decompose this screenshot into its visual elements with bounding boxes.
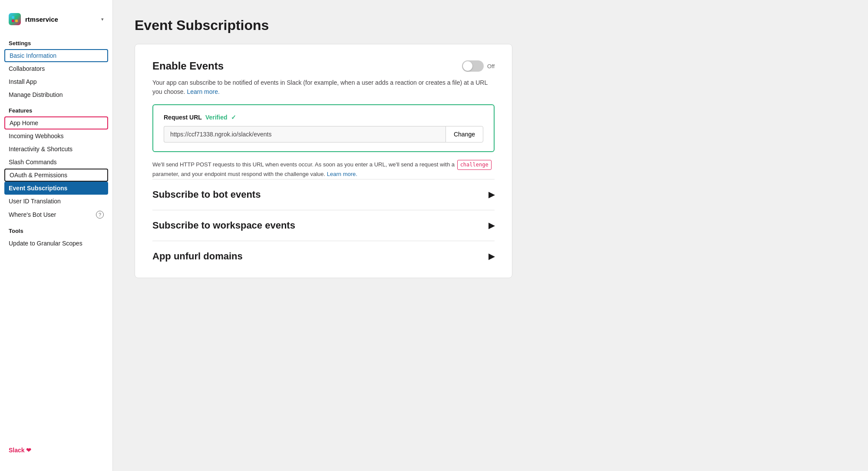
enable-events-title: Enable Events bbox=[152, 60, 224, 72]
tools-section-label: Tools bbox=[0, 222, 112, 237]
request-url-input[interactable] bbox=[164, 126, 446, 143]
content-card: Enable Events Off Your app can subscribe… bbox=[135, 44, 512, 278]
sidebar-item-collaborators[interactable]: Collaborators bbox=[0, 62, 112, 75]
sidebar-item-oauth-permissions[interactable]: OAuth & Permissions bbox=[4, 169, 108, 182]
sidebar-item-update-granular-scopes[interactable]: Update to Granular Scopes bbox=[0, 237, 112, 250]
chevron-right-icon-3: ▶ bbox=[488, 252, 495, 261]
enable-events-description: Your app can subscribe to be notified of… bbox=[152, 78, 495, 96]
sidebar-item-install-app[interactable]: Install App bbox=[0, 75, 112, 88]
enable-events-toggle[interactable] bbox=[462, 60, 484, 72]
challenge-badge: challenge bbox=[457, 160, 492, 170]
sidebar-item-app-home[interactable]: App Home bbox=[4, 116, 108, 129]
svg-rect-0 bbox=[12, 16, 14, 19]
sidebar-item-manage-distribution[interactable]: Manage Distribution bbox=[0, 88, 112, 101]
sidebar-item-interactivity-shortcuts[interactable]: Interactivity & Shortcuts bbox=[0, 143, 112, 156]
svg-rect-3 bbox=[15, 20, 18, 22]
app-unfurl-domains-section: App unfurl domains ▶ bbox=[152, 241, 495, 262]
main-content: Event Subscriptions Enable Events Off Yo… bbox=[113, 0, 868, 471]
sidebar-item-basic-information[interactable]: Basic Information bbox=[4, 49, 108, 62]
subscribe-bot-events-title: Subscribe to bot events bbox=[152, 189, 261, 200]
learn-more-link-1[interactable]: Learn more. bbox=[187, 88, 219, 95]
settings-section-label: Settings bbox=[0, 34, 112, 49]
sidebar-footer: Slack ❤ bbox=[0, 438, 112, 462]
subscribe-bot-events-header[interactable]: Subscribe to bot events ▶ bbox=[152, 189, 495, 200]
sidebar-item-event-subscriptions[interactable]: Event Subscriptions bbox=[4, 182, 108, 195]
chevron-down-icon: ▾ bbox=[101, 17, 104, 22]
help-icon[interactable]: ? bbox=[96, 211, 104, 219]
sidebar-item-user-id-translation[interactable]: User ID Translation bbox=[0, 195, 112, 208]
slack-logo: Slack ❤ bbox=[9, 447, 31, 454]
toggle-thumb bbox=[463, 61, 472, 71]
svg-rect-2 bbox=[12, 20, 14, 22]
chevron-right-icon-1: ▶ bbox=[488, 190, 495, 199]
learn-more-link-2[interactable]: Learn more. bbox=[327, 171, 357, 177]
subscribe-workspace-events-section: Subscribe to workspace events ▶ bbox=[152, 210, 495, 241]
sidebar-item-wheres-bot-user[interactable]: Where's Bot User ? bbox=[0, 208, 112, 222]
sidebar-item-incoming-webhooks[interactable]: Incoming Webhooks bbox=[0, 129, 112, 143]
url-input-row: Change bbox=[164, 126, 483, 143]
enable-events-row: Enable Events Off bbox=[152, 60, 495, 72]
page-title: Event Subscriptions bbox=[135, 17, 846, 33]
subscribe-workspace-events-title: Subscribe to workspace events bbox=[152, 220, 295, 231]
chevron-right-icon-2: ▶ bbox=[488, 221, 495, 230]
verified-text: Verified bbox=[205, 114, 228, 121]
change-button[interactable]: Change bbox=[446, 126, 483, 143]
request-url-label: Request URL Verified ✓ bbox=[164, 114, 483, 121]
features-section-label: Features bbox=[0, 101, 112, 116]
verified-check-icon: ✓ bbox=[231, 114, 236, 121]
sidebar: rtmservice ▾ Settings Basic Information … bbox=[0, 0, 113, 471]
svg-rect-1 bbox=[15, 16, 18, 19]
app-name: rtmservice bbox=[25, 16, 97, 23]
app-icon bbox=[9, 13, 21, 25]
http-post-description: We'll send HTTP POST requests to this UR… bbox=[152, 160, 495, 179]
subscribe-bot-events-section: Subscribe to bot events ▶ bbox=[152, 179, 495, 210]
app-unfurl-domains-title: App unfurl domains bbox=[152, 251, 243, 262]
app-unfurl-domains-header[interactable]: App unfurl domains ▶ bbox=[152, 251, 495, 262]
sidebar-item-slash-commands[interactable]: Slash Commands bbox=[0, 156, 112, 169]
toggle-label: Off bbox=[487, 63, 495, 70]
request-url-box: Request URL Verified ✓ Change bbox=[152, 104, 495, 152]
subscribe-workspace-events-header[interactable]: Subscribe to workspace events ▶ bbox=[152, 220, 495, 231]
app-selector[interactable]: rtmservice ▾ bbox=[0, 9, 112, 34]
toggle-container[interactable]: Off bbox=[462, 60, 495, 72]
